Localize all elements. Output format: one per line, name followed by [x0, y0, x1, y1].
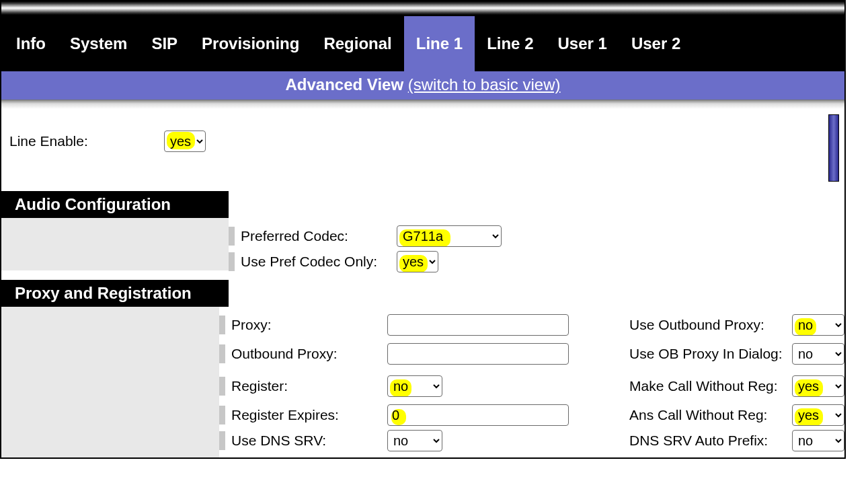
nav-line-1[interactable]: Line 1	[404, 16, 475, 71]
nav-user-2[interactable]: User 2	[619, 16, 693, 71]
register-label: Register:	[231, 378, 387, 394]
top-border-gradient	[1, 1, 844, 16]
below-bar-gradient	[1, 100, 844, 109]
row-tick	[229, 227, 235, 246]
proxy-left-gray	[1, 307, 219, 457]
dns-srv-auto-prefix-label: DNS SRV Auto Prefix:	[629, 433, 792, 449]
row-tick	[219, 431, 226, 450]
preferred-codec-select[interactable]: G711a	[397, 225, 502, 247]
switch-to-basic-link[interactable]: (switch to basic view)	[408, 75, 561, 94]
section-audio-configuration: Audio Configuration	[1, 191, 229, 218]
view-mode-bar: Advanced View (switch to basic view)	[1, 71, 844, 100]
nav-line-2[interactable]: Line 2	[475, 16, 545, 71]
use-outbound-proxy-label: Use Outbound Proxy:	[629, 317, 792, 333]
outbound-proxy-label: Outbound Proxy:	[231, 346, 387, 362]
row-tick	[219, 377, 226, 396]
right-scrollbar-decoration	[828, 114, 839, 182]
nav-user-1[interactable]: User 1	[545, 16, 619, 71]
use-pref-codec-only-select[interactable]: yes	[397, 251, 438, 272]
register-select[interactable]: no	[387, 375, 442, 397]
audio-left-gray	[1, 218, 229, 270]
nav-system[interactable]: System	[58, 16, 139, 71]
line-enable-select[interactable]: yes	[164, 131, 206, 152]
line-enable-label: Line Enable:	[9, 133, 164, 149]
row-tick	[229, 252, 235, 271]
nav-info[interactable]: Info	[4, 16, 58, 71]
main-nav: Info System SIP Provisioning Regional Li…	[1, 16, 844, 71]
use-dns-srv-label: Use DNS SRV:	[231, 433, 387, 449]
row-tick	[219, 316, 226, 334]
register-expires-label: Register Expires:	[231, 407, 387, 423]
dns-srv-auto-prefix-select[interactable]: no	[792, 430, 844, 451]
nav-regional[interactable]: Regional	[311, 16, 403, 71]
proxy-input[interactable]	[387, 314, 569, 336]
use-outbound-proxy-select[interactable]: no	[792, 314, 844, 336]
use-dns-srv-select[interactable]: no	[387, 430, 442, 451]
nav-sip[interactable]: SIP	[139, 16, 190, 71]
use-pref-codec-only-label: Use Pref Codec Only:	[241, 254, 397, 270]
nav-provisioning[interactable]: Provisioning	[190, 16, 311, 71]
section-proxy-registration: Proxy and Registration	[1, 280, 229, 307]
outbound-proxy-input[interactable]	[387, 343, 569, 365]
row-tick	[219, 344, 226, 363]
make-call-without-reg-select[interactable]: yes	[792, 375, 844, 397]
ans-call-without-reg-select[interactable]: yes	[792, 404, 844, 426]
ans-call-without-reg-label: Ans Call Without Reg:	[629, 407, 792, 423]
view-mode-label: Advanced View	[285, 75, 403, 94]
use-ob-proxy-in-dialog-select[interactable]: no	[792, 343, 844, 365]
row-tick	[219, 406, 226, 425]
register-expires-input[interactable]	[387, 404, 569, 426]
make-call-without-reg-label: Make Call Without Reg:	[629, 378, 792, 394]
use-ob-proxy-in-dialog-label: Use OB Proxy In Dialog:	[629, 346, 792, 362]
preferred-codec-label: Preferred Codec:	[241, 228, 397, 244]
proxy-label: Proxy:	[231, 317, 387, 333]
